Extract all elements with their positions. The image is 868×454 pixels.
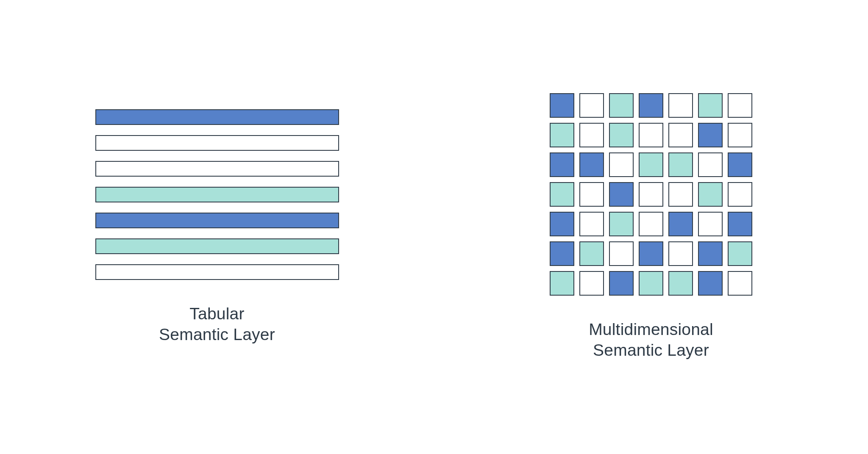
tabular-panel: Tabular Semantic Layer [0,0,434,454]
tabular-row [95,213,339,228]
grid-cell [639,271,663,296]
caption-line: Tabular [189,305,244,323]
grid-cell [550,241,574,266]
tabular-row [95,187,339,202]
grid-cell [698,182,723,207]
grid-cell [579,123,604,147]
grid-cell [579,271,604,296]
caption-line: Multidimensional [589,320,713,338]
grid-cell [639,93,663,118]
grid-cell [639,241,663,266]
grid-cell [698,271,723,296]
grid-cell [609,182,634,207]
tabular-caption: Tabular Semantic Layer [159,304,275,345]
grid-cell [728,271,752,296]
multidimensional-grid [550,93,752,296]
grid-cell [728,93,752,118]
grid-cell [609,241,634,266]
grid-cell [550,182,574,207]
grid-cell [728,152,752,177]
caption-line: Semantic Layer [593,341,709,359]
grid-cell [728,241,752,266]
tabular-row [95,161,339,177]
grid-cell [579,212,604,236]
grid-cell [639,212,663,236]
tabular-row [95,264,339,280]
grid-cell [609,271,634,296]
grid-cell [728,182,752,207]
grid-cell [579,152,604,177]
grid-cell [668,241,693,266]
grid-cell [668,271,693,296]
grid-cell [698,241,723,266]
grid-cell [698,93,723,118]
grid-cell [609,152,634,177]
multidimensional-panel: Multidimensional Semantic Layer [434,0,868,454]
grid-cell [579,182,604,207]
grid-cell [579,93,604,118]
grid-cell [550,152,574,177]
caption-line: Semantic Layer [159,325,275,343]
grid-cell [579,241,604,266]
grid-cell [668,212,693,236]
tabular-rows [95,109,339,280]
grid-cell [550,212,574,236]
tabular-row [95,135,339,151]
grid-cell [550,93,574,118]
diagram-stage: Tabular Semantic Layer Multidimensional … [0,0,868,454]
grid-cell [609,123,634,147]
grid-cell [639,152,663,177]
grid-cell [550,123,574,147]
grid-cell [668,182,693,207]
grid-cell [728,123,752,147]
grid-cell [639,182,663,207]
grid-cell [668,123,693,147]
grid-cell [728,212,752,236]
grid-cell [609,212,634,236]
grid-cell [698,123,723,147]
grid-cell [698,152,723,177]
grid-cell [698,212,723,236]
grid-cell [609,93,634,118]
grid-cell [668,93,693,118]
tabular-row [95,238,339,254]
grid-cell [668,152,693,177]
grid-cell [550,271,574,296]
grid-cell [639,123,663,147]
tabular-row [95,109,339,125]
multidimensional-caption: Multidimensional Semantic Layer [589,319,713,361]
